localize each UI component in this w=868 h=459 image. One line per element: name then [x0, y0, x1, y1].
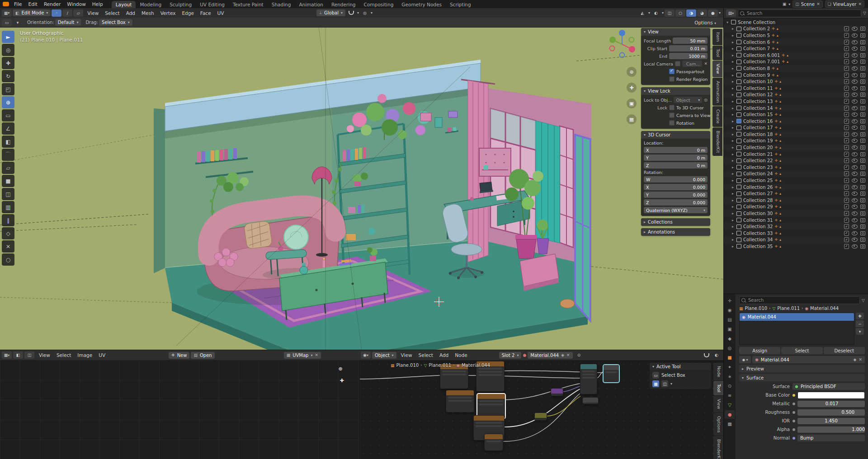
navigation-gizmo[interactable]: [606, 28, 638, 61]
collection-row[interactable]: ▸ Collection 23 ✛ ▴ ✓: [724, 164, 868, 171]
n-panel-tab[interactable]: Animation: [712, 78, 722, 106]
hide-eye-icon[interactable]: [852, 205, 858, 209]
transform-orientation-dropdown[interactable]: ⟂Global▾: [316, 9, 345, 16]
disclosure-arrow[interactable]: ▸: [731, 126, 735, 130]
lock-3d-cursor-checkbox[interactable]: [669, 105, 675, 110]
render-visibility-icon[interactable]: [860, 47, 865, 51]
collection-row[interactable]: ▸ Collection 2 ✛ ▴ ✓: [724, 26, 868, 33]
uv-pan-icon[interactable]: ✚: [337, 375, 347, 385]
disclosure-arrow[interactable]: ▸: [731, 159, 735, 163]
collection-name[interactable]: Collection 32: [743, 224, 773, 229]
shader-menu-item[interactable]: Node: [452, 352, 470, 358]
exclude-checkbox[interactable]: ✓: [844, 73, 849, 78]
collection-row[interactable]: ▸ Collection 25 ✛ ▴ ✓: [724, 177, 868, 184]
browse-material-icon[interactable]: ◉▾: [739, 356, 751, 363]
slot-specials-dropdown[interactable]: ▾: [856, 328, 864, 335]
bevel-tool[interactable]: ■: [2, 175, 14, 187]
laptop[interactable]: [479, 182, 493, 193]
round-pillow[interactable]: [284, 225, 308, 249]
hide-eye-icon[interactable]: [852, 139, 858, 143]
shader-node[interactable]: [484, 434, 503, 451]
shader-node[interactable]: [582, 397, 599, 404]
collection-row[interactable]: ▸ Collection 34 ✛ ▴ ✓: [724, 237, 868, 244]
exclude-checkbox[interactable]: ✓: [844, 132, 849, 137]
exclude-checkbox[interactable]: ✓: [844, 171, 849, 176]
exclude-checkbox[interactable]: ✓: [844, 40, 849, 45]
render-visibility-icon[interactable]: [860, 152, 865, 156]
collection-name[interactable]: Collection 15: [743, 112, 773, 117]
disclosure-arrow[interactable]: ▸: [731, 198, 735, 202]
exclude-checkbox[interactable]: ✓: [844, 59, 849, 64]
collection-name[interactable]: Collection 21: [743, 152, 773, 157]
render-visibility-icon[interactable]: [860, 172, 865, 176]
uv-select-mode-icon[interactable]: ◫: [24, 351, 34, 359]
collection-name[interactable]: Collection 6.001: [743, 53, 780, 58]
select-button[interactable]: Select: [781, 347, 822, 354]
exclude-checkbox[interactable]: ✓: [844, 106, 849, 111]
collection-name[interactable]: Collection 27: [743, 191, 773, 196]
ior-slider[interactable]: 1.450: [797, 418, 865, 424]
hide-eye-icon[interactable]: [852, 145, 858, 150]
eyedropper-icon[interactable]: ◎: [704, 98, 708, 102]
cursor-w-field[interactable]: W0.000: [644, 176, 708, 183]
tab-particles[interactable]: ∗: [725, 372, 735, 381]
collection-name[interactable]: Collection 7.001: [743, 59, 780, 64]
shader-node[interactable]: [551, 388, 563, 396]
tab-constraints[interactable]: ≡: [725, 391, 735, 400]
disclosure-arrow[interactable]: ▸: [731, 231, 735, 235]
hide-eye-icon[interactable]: [852, 86, 858, 90]
ortho-toggle-icon[interactable]: ▦: [627, 114, 637, 124]
shading-rendered-icon[interactable]: ●: [708, 9, 718, 17]
disclosure-arrow[interactable]: ▸: [731, 205, 735, 209]
render-region-checkbox[interactable]: [669, 76, 675, 82]
exclude-checkbox[interactable]: ✓: [844, 92, 849, 97]
collection-row[interactable]: ▸ Collection 31 ✛ ▴ ✓: [724, 217, 868, 224]
cursor-rx-field[interactable]: X0.000: [644, 184, 708, 190]
roughness-slider[interactable]: 0.500: [797, 409, 865, 416]
tab-render[interactable]: ◉: [725, 306, 735, 314]
render-visibility-icon[interactable]: [860, 238, 865, 242]
pan-icon[interactable]: ✚: [627, 83, 637, 93]
select-mode-face-button[interactable]: ▱: [73, 9, 83, 17]
collection-name[interactable]: Collection 7: [743, 46, 770, 51]
n-panel-tab[interactable]: View: [712, 61, 722, 77]
proportional-editing-icon[interactable]: ◎: [360, 9, 370, 17]
tool-grid-icon-1[interactable]: ▦: [652, 380, 659, 387]
unlink-icon[interactable]: ✕: [859, 357, 862, 362]
passepartout-checkbox[interactable]: [669, 69, 675, 74]
hide-eye-icon[interactable]: [852, 152, 858, 156]
collection-row[interactable]: ▸ Collection 8 ✛ ▴ ✓: [724, 65, 868, 72]
snap-node-icon[interactable]: [702, 351, 712, 359]
tab-tool[interactable]: ✛: [725, 296, 735, 305]
focal-length-field[interactable]: 50 mm: [673, 37, 708, 44]
exclude-checkbox[interactable]: ✓: [844, 244, 849, 249]
disclosure-arrow[interactable]: ▸: [731, 185, 735, 189]
tab-scene[interactable]: ◆: [725, 334, 735, 343]
assign-button[interactable]: Assign: [739, 347, 780, 354]
render-visibility-icon[interactable]: [860, 60, 865, 64]
disclosure-arrow[interactable]: ▸: [731, 225, 735, 229]
collection-name[interactable]: Collection 10: [743, 79, 773, 84]
collection-name[interactable]: Collection 6: [743, 40, 770, 45]
outliner-search[interactable]: [738, 9, 861, 17]
workspace-tab[interactable]: Scripting: [446, 1, 475, 8]
collection-name[interactable]: Collection 8: [743, 66, 770, 71]
outliner-type-icon[interactable]: ▤▾: [726, 9, 736, 17]
collection-row[interactable]: ▸ Collection 22 ✛ ▴ ✓: [724, 157, 868, 164]
collection-row[interactable]: ▸ Collection 18 ✛ ▴ ✓: [724, 131, 868, 138]
select-mode-vertex-button[interactable]: ◦: [52, 9, 61, 17]
cursor-y-field[interactable]: Y0 m: [644, 155, 708, 161]
collection-name[interactable]: Collection 17: [743, 125, 773, 130]
collection-name[interactable]: Collection 2: [743, 26, 770, 31]
hide-eye-icon[interactable]: [852, 185, 858, 189]
xray-toggle-icon[interactable]: ◫: [665, 9, 675, 17]
render-visibility-icon[interactable]: [860, 178, 865, 183]
collection-row[interactable]: ▸ Collection 7.001 ✛ ▴ ✓: [724, 59, 868, 66]
collection-row[interactable]: ▸ Collection 12 ✛ ▴ ✓: [724, 92, 868, 98]
knife-tool[interactable]: ▥: [2, 201, 14, 213]
collection-row[interactable]: ▸ Collection 20 ✛ ▴ ✓: [724, 144, 868, 151]
tab-object-data[interactable]: ▽: [725, 401, 735, 409]
render-visibility-icon[interactable]: [860, 112, 865, 117]
scene-clear-icon[interactable]: ✕: [816, 2, 820, 6]
disclosure-arrow[interactable]: ▸: [731, 53, 735, 57]
